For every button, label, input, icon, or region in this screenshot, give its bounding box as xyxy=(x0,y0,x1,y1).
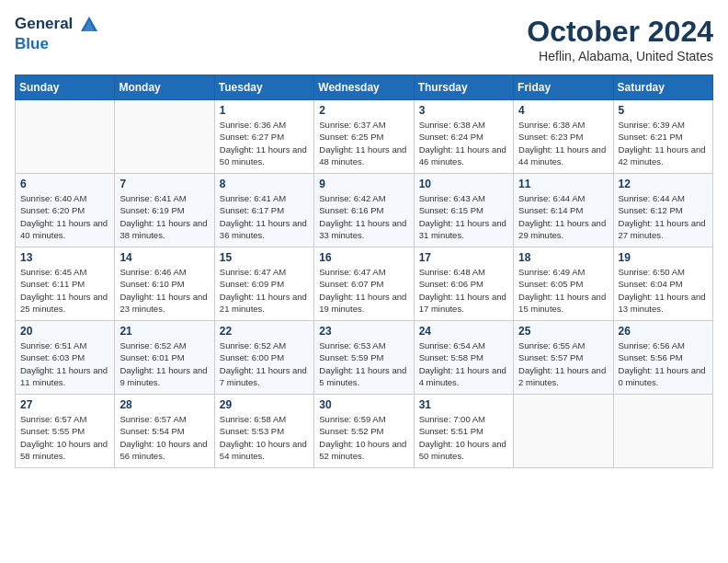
calendar-cell: 2Sunrise: 6:37 AM Sunset: 6:25 PM Daylig… xyxy=(314,100,414,174)
day-info: Sunrise: 6:51 AM Sunset: 6:03 PM Dayligh… xyxy=(20,339,109,388)
day-number: 29 xyxy=(220,398,309,411)
calendar-cell: 7Sunrise: 6:41 AM Sunset: 6:19 PM Daylig… xyxy=(115,174,214,247)
day-info: Sunrise: 6:43 AM Sunset: 6:15 PM Dayligh… xyxy=(419,192,508,241)
calendar-cell: 10Sunrise: 6:43 AM Sunset: 6:15 PM Dayli… xyxy=(414,174,513,247)
day-number: 9 xyxy=(319,178,408,190)
day-info: Sunrise: 6:52 AM Sunset: 6:01 PM Dayligh… xyxy=(119,339,209,388)
calendar-cell xyxy=(514,395,613,468)
calendar-cell: 16Sunrise: 6:47 AM Sunset: 6:07 PM Dayli… xyxy=(314,247,414,321)
day-info: Sunrise: 7:00 AM Sunset: 5:51 PM Dayligh… xyxy=(419,413,508,462)
day-number: 3 xyxy=(419,104,508,117)
week-row-1: 1Sunrise: 6:36 AM Sunset: 6:27 PM Daylig… xyxy=(16,100,713,174)
day-info: Sunrise: 6:57 AM Sunset: 5:54 PM Dayligh… xyxy=(119,413,209,462)
day-info: Sunrise: 6:50 AM Sunset: 6:04 PM Dayligh… xyxy=(619,266,708,315)
day-info: Sunrise: 6:44 AM Sunset: 6:12 PM Dayligh… xyxy=(619,192,708,241)
day-info: Sunrise: 6:52 AM Sunset: 6:00 PM Dayligh… xyxy=(220,339,309,388)
calendar-cell: 17Sunrise: 6:48 AM Sunset: 6:06 PM Dayli… xyxy=(414,247,513,321)
title-block: October 2024 Heflin, Alabama, United Sta… xyxy=(527,15,713,63)
calendar-cell: 31Sunrise: 7:00 AM Sunset: 5:51 PM Dayli… xyxy=(414,395,513,468)
calendar-cell xyxy=(16,100,115,174)
day-number: 11 xyxy=(518,178,608,190)
day-info: Sunrise: 6:39 AM Sunset: 6:21 PM Dayligh… xyxy=(619,119,708,167)
day-info: Sunrise: 6:38 AM Sunset: 6:23 PM Dayligh… xyxy=(518,119,608,167)
day-info: Sunrise: 6:40 AM Sunset: 6:20 PM Dayligh… xyxy=(20,192,109,241)
day-number: 18 xyxy=(518,251,608,264)
day-number: 27 xyxy=(20,398,109,411)
calendar-cell: 26Sunrise: 6:56 AM Sunset: 5:56 PM Dayli… xyxy=(613,321,712,395)
calendar-cell: 25Sunrise: 6:55 AM Sunset: 5:57 PM Dayli… xyxy=(514,321,613,395)
day-number: 31 xyxy=(419,398,508,411)
calendar-cell: 24Sunrise: 6:54 AM Sunset: 5:58 PM Dayli… xyxy=(414,321,513,395)
day-info: Sunrise: 6:42 AM Sunset: 6:16 PM Dayligh… xyxy=(319,192,408,241)
calendar-header-row: SundayMondayTuesdayWednesdayThursdayFrid… xyxy=(16,75,713,100)
calendar-cell: 18Sunrise: 6:49 AM Sunset: 6:05 PM Dayli… xyxy=(514,247,613,321)
day-number: 12 xyxy=(619,178,708,190)
week-row-3: 13Sunrise: 6:45 AM Sunset: 6:11 PM Dayli… xyxy=(16,247,713,321)
calendar-cell: 11Sunrise: 6:44 AM Sunset: 6:14 PM Dayli… xyxy=(514,174,613,247)
calendar-header-friday: Friday xyxy=(514,75,613,100)
day-number: 7 xyxy=(119,178,209,190)
calendar-cell: 12Sunrise: 6:44 AM Sunset: 6:12 PM Dayli… xyxy=(613,174,712,247)
calendar-header-tuesday: Tuesday xyxy=(214,75,313,100)
calendar-cell: 23Sunrise: 6:53 AM Sunset: 5:59 PM Dayli… xyxy=(314,321,414,395)
day-number: 21 xyxy=(119,325,209,338)
day-number: 2 xyxy=(319,104,408,117)
day-info: Sunrise: 6:36 AM Sunset: 6:27 PM Dayligh… xyxy=(220,119,309,167)
calendar-cell: 5Sunrise: 6:39 AM Sunset: 6:21 PM Daylig… xyxy=(613,100,712,174)
calendar-cell: 8Sunrise: 6:41 AM Sunset: 6:17 PM Daylig… xyxy=(214,174,313,247)
week-row-5: 27Sunrise: 6:57 AM Sunset: 5:55 PM Dayli… xyxy=(16,395,713,468)
calendar-cell: 14Sunrise: 6:46 AM Sunset: 6:10 PM Dayli… xyxy=(115,247,214,321)
day-info: Sunrise: 6:49 AM Sunset: 6:05 PM Dayligh… xyxy=(518,266,608,315)
day-number: 1 xyxy=(220,104,309,117)
day-number: 10 xyxy=(419,178,508,190)
calendar-cell: 19Sunrise: 6:50 AM Sunset: 6:04 PM Dayli… xyxy=(613,247,712,321)
day-number: 24 xyxy=(419,325,508,338)
day-number: 28 xyxy=(119,398,209,411)
day-number: 16 xyxy=(319,251,408,264)
logo-text-line1: General xyxy=(15,15,99,35)
calendar-cell: 9Sunrise: 6:42 AM Sunset: 6:16 PM Daylig… xyxy=(314,174,414,247)
week-row-4: 20Sunrise: 6:51 AM Sunset: 6:03 PM Dayli… xyxy=(16,321,713,395)
calendar-cell: 6Sunrise: 6:40 AM Sunset: 6:20 PM Daylig… xyxy=(16,174,115,247)
day-info: Sunrise: 6:58 AM Sunset: 5:53 PM Dayligh… xyxy=(220,413,309,462)
calendar-header-wednesday: Wednesday xyxy=(314,75,414,100)
day-number: 13 xyxy=(20,251,109,264)
day-info: Sunrise: 6:48 AM Sunset: 6:06 PM Dayligh… xyxy=(419,266,508,315)
day-number: 23 xyxy=(319,325,408,338)
calendar-cell xyxy=(115,100,214,174)
day-info: Sunrise: 6:46 AM Sunset: 6:10 PM Dayligh… xyxy=(119,266,209,315)
day-number: 6 xyxy=(20,178,109,190)
day-info: Sunrise: 6:45 AM Sunset: 6:11 PM Dayligh… xyxy=(20,266,109,315)
calendar-cell: 30Sunrise: 6:59 AM Sunset: 5:52 PM Dayli… xyxy=(314,395,414,468)
calendar-cell: 27Sunrise: 6:57 AM Sunset: 5:55 PM Dayli… xyxy=(16,395,115,468)
day-info: Sunrise: 6:57 AM Sunset: 5:55 PM Dayligh… xyxy=(20,413,109,462)
day-number: 15 xyxy=(220,251,309,264)
calendar-cell: 1Sunrise: 6:36 AM Sunset: 6:27 PM Daylig… xyxy=(214,100,313,174)
day-info: Sunrise: 6:38 AM Sunset: 6:24 PM Dayligh… xyxy=(419,119,508,167)
day-info: Sunrise: 6:47 AM Sunset: 6:09 PM Dayligh… xyxy=(220,266,309,315)
calendar-cell: 15Sunrise: 6:47 AM Sunset: 6:09 PM Dayli… xyxy=(214,247,313,321)
day-info: Sunrise: 6:54 AM Sunset: 5:58 PM Dayligh… xyxy=(419,339,508,388)
day-number: 5 xyxy=(619,104,708,117)
calendar-cell: 22Sunrise: 6:52 AM Sunset: 6:00 PM Dayli… xyxy=(214,321,313,395)
day-number: 8 xyxy=(220,178,309,190)
day-info: Sunrise: 6:59 AM Sunset: 5:52 PM Dayligh… xyxy=(319,413,408,462)
calendar-cell: 28Sunrise: 6:57 AM Sunset: 5:54 PM Dayli… xyxy=(115,395,214,468)
day-number: 17 xyxy=(419,251,508,264)
calendar-cell: 13Sunrise: 6:45 AM Sunset: 6:11 PM Dayli… xyxy=(16,247,115,321)
calendar-table: SundayMondayTuesdayWednesdayThursdayFrid… xyxy=(15,75,713,468)
location: Heflin, Alabama, United States xyxy=(527,49,713,63)
calendar-cell: 21Sunrise: 6:52 AM Sunset: 6:01 PM Dayli… xyxy=(115,321,214,395)
logo-text-line2: Blue xyxy=(15,35,99,53)
day-info: Sunrise: 6:56 AM Sunset: 5:56 PM Dayligh… xyxy=(619,339,708,388)
day-number: 30 xyxy=(319,398,408,411)
day-info: Sunrise: 6:47 AM Sunset: 6:07 PM Dayligh… xyxy=(319,266,408,315)
calendar-header-sunday: Sunday xyxy=(16,75,115,100)
calendar-cell: 3Sunrise: 6:38 AM Sunset: 6:24 PM Daylig… xyxy=(414,100,513,174)
month-title: October 2024 xyxy=(527,15,713,49)
day-info: Sunrise: 6:53 AM Sunset: 5:59 PM Dayligh… xyxy=(319,339,408,388)
day-info: Sunrise: 6:41 AM Sunset: 6:19 PM Dayligh… xyxy=(119,192,209,241)
week-row-2: 6Sunrise: 6:40 AM Sunset: 6:20 PM Daylig… xyxy=(16,174,713,247)
calendar-header-thursday: Thursday xyxy=(414,75,513,100)
calendar-header-saturday: Saturday xyxy=(613,75,712,100)
